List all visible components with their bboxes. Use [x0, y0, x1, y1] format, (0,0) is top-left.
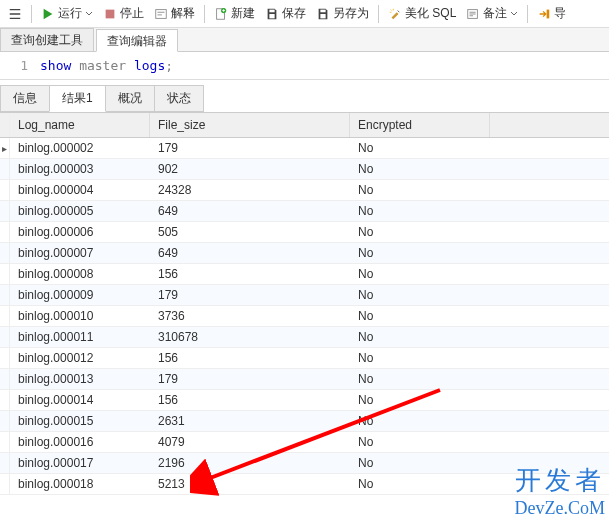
cell-log-name: binlog.000015	[10, 411, 150, 431]
cell-log-name: binlog.000014	[10, 390, 150, 410]
row-indicator	[0, 264, 10, 284]
row-indicator	[0, 243, 10, 263]
col-encrypted[interactable]: Encrypted	[350, 113, 490, 137]
editor-tabs: 查询创建工具 查询编辑器	[0, 28, 609, 52]
row-indicator	[0, 285, 10, 305]
save-button[interactable]: 保存	[261, 3, 310, 24]
tab-status[interactable]: 状态	[154, 85, 204, 112]
row-indicator	[0, 306, 10, 326]
cell-file-size: 156	[150, 390, 350, 410]
cell-file-size: 5213	[150, 474, 350, 494]
table-row[interactable]: binlog.000011310678No	[0, 327, 609, 348]
table-row[interactable]: binlog.000012156No	[0, 348, 609, 369]
cell-log-name: binlog.000016	[10, 432, 150, 452]
cell-encrypted: No	[350, 138, 490, 158]
cell-encrypted: No	[350, 264, 490, 284]
beautify-label: 美化 SQL	[405, 5, 456, 22]
cell-log-name: binlog.000011	[10, 327, 150, 347]
row-indicator	[0, 327, 10, 347]
menu-icon[interactable]	[4, 5, 26, 23]
tab-result1[interactable]: 结果1	[49, 85, 106, 112]
cell-encrypted: No	[350, 222, 490, 242]
grid-header: Log_name File_size Encrypted	[0, 113, 609, 138]
cell-encrypted: No	[350, 390, 490, 410]
sql-text: show master logs;	[40, 58, 173, 73]
cell-file-size: 4079	[150, 432, 350, 452]
cell-log-name: binlog.000012	[10, 348, 150, 368]
result-tabs: 信息 结果1 概况 状态	[0, 86, 609, 112]
toolbar-separator	[378, 5, 379, 23]
cell-log-name: binlog.000002	[10, 138, 150, 158]
col-file-size[interactable]: File_size	[150, 113, 350, 137]
cell-log-name: binlog.000013	[10, 369, 150, 389]
row-indicator-header	[0, 113, 10, 137]
cell-log-name: binlog.000009	[10, 285, 150, 305]
svg-rect-7	[320, 14, 325, 18]
cell-encrypted: No	[350, 453, 490, 473]
sql-editor[interactable]: 1 show master logs;	[0, 52, 609, 80]
tab-query-editor[interactable]: 查询编辑器	[96, 29, 178, 52]
table-row[interactable]: binlog.000003902No	[0, 159, 609, 180]
table-row[interactable]: binlog.0000164079No	[0, 432, 609, 453]
cell-log-name: binlog.000003	[10, 159, 150, 179]
cell-log-name: binlog.000008	[10, 264, 150, 284]
dropdown-icon	[85, 10, 93, 18]
table-row[interactable]: binlog.000006505No	[0, 222, 609, 243]
col-log-name[interactable]: Log_name	[10, 113, 150, 137]
row-indicator	[0, 201, 10, 221]
table-row[interactable]: ▸binlog.000002179No	[0, 138, 609, 159]
cell-file-size: 24328	[150, 180, 350, 200]
toolbar-separator	[31, 5, 32, 23]
cell-encrypted: No	[350, 180, 490, 200]
cell-encrypted: No	[350, 243, 490, 263]
run-button[interactable]: 运行	[37, 3, 97, 24]
save-as-button[interactable]: 另存为	[312, 3, 373, 24]
cell-encrypted: No	[350, 474, 490, 494]
cell-file-size: 649	[150, 201, 350, 221]
row-indicator	[0, 180, 10, 200]
explain-button[interactable]: 解释	[150, 3, 199, 24]
table-row[interactable]: binlog.00000424328No	[0, 180, 609, 201]
cell-file-size: 2631	[150, 411, 350, 431]
row-indicator	[0, 453, 10, 473]
table-row[interactable]: binlog.000005649No	[0, 201, 609, 222]
cell-log-name: binlog.000007	[10, 243, 150, 263]
table-row[interactable]: binlog.000013179No	[0, 369, 609, 390]
table-row[interactable]: binlog.0000172196No	[0, 453, 609, 474]
row-indicator	[0, 159, 10, 179]
beautify-button[interactable]: 美化 SQL	[384, 3, 460, 24]
run-label: 运行	[58, 5, 82, 22]
table-row[interactable]: binlog.000007649No	[0, 243, 609, 264]
cell-file-size: 3736	[150, 306, 350, 326]
table-row[interactable]: binlog.000008156No	[0, 264, 609, 285]
export-button[interactable]: 导	[533, 3, 570, 24]
table-row[interactable]: binlog.000009179No	[0, 285, 609, 306]
notes-button[interactable]: 备注	[462, 3, 522, 24]
line-number: 1	[8, 58, 28, 73]
tab-info[interactable]: 信息	[0, 85, 50, 112]
cell-file-size: 179	[150, 369, 350, 389]
new-button[interactable]: 新建	[210, 3, 259, 24]
cell-encrypted: No	[350, 327, 490, 347]
svg-rect-4	[269, 9, 274, 12]
cell-file-size: 310678	[150, 327, 350, 347]
cell-encrypted: No	[350, 369, 490, 389]
tab-query-builder[interactable]: 查询创建工具	[0, 28, 94, 51]
cell-log-name: binlog.000010	[10, 306, 150, 326]
cell-file-size: 179	[150, 285, 350, 305]
cell-file-size: 179	[150, 138, 350, 158]
watermark-line2: DevZe.CoM	[515, 498, 605, 519]
row-indicator	[0, 432, 10, 452]
tab-profile[interactable]: 概况	[105, 85, 155, 112]
toolbar-separator	[204, 5, 205, 23]
table-row[interactable]: binlog.000014156No	[0, 390, 609, 411]
new-label: 新建	[231, 5, 255, 22]
table-row[interactable]: binlog.0000103736No	[0, 306, 609, 327]
row-indicator: ▸	[0, 138, 10, 158]
table-row[interactable]: binlog.0000152631No	[0, 411, 609, 432]
table-row[interactable]: binlog.0000185213No	[0, 474, 609, 495]
main-toolbar: 运行 停止 解释 新建 保存 另存为 美化 SQL 备注 导	[0, 0, 609, 28]
stop-button[interactable]: 停止	[99, 3, 148, 24]
cell-encrypted: No	[350, 285, 490, 305]
cell-encrypted: No	[350, 348, 490, 368]
